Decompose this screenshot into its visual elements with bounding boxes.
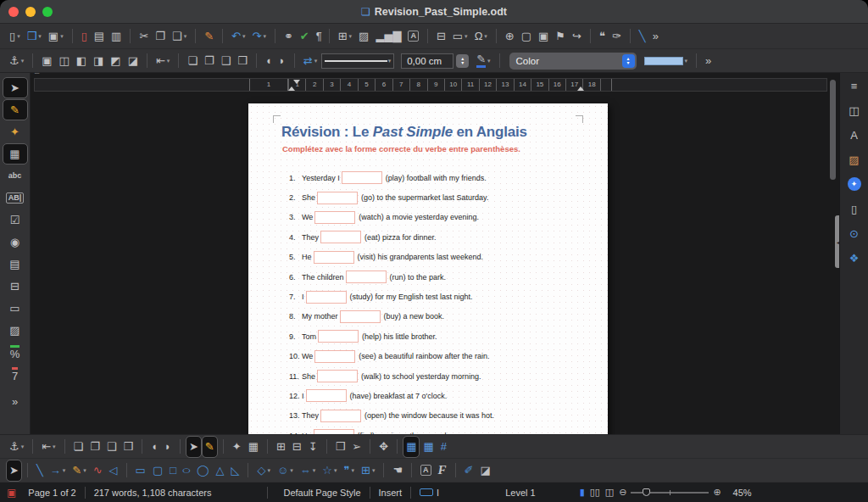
anchor-button[interactable]: ⚓▾ bbox=[7, 51, 26, 71]
answer-blank[interactable] bbox=[314, 251, 354, 264]
to-foreground-button[interactable]: ◖ bbox=[263, 51, 275, 71]
edit-points-button[interactable]: ✐ bbox=[462, 460, 476, 481]
design-mode-button[interactable]: ✎ bbox=[3, 100, 27, 120]
toolbar-overflow-button[interactable]: » bbox=[650, 26, 661, 47]
to-foreground-button[interactable]: ◖ bbox=[148, 437, 160, 457]
wrap-parallel-button[interactable]: ◫ bbox=[56, 51, 71, 71]
bring-to-front-button[interactable]: ❏ bbox=[185, 51, 200, 71]
polygon-button[interactable]: ◁ bbox=[107, 460, 120, 481]
insert-chart-button[interactable]: ▂▅▇ bbox=[373, 26, 403, 47]
cut-button[interactable]: ✂ bbox=[136, 26, 151, 47]
spelling-button[interactable]: ✔ bbox=[298, 26, 312, 47]
arrow-style-button[interactable]: ⇄▾ bbox=[301, 51, 320, 71]
book-view-button[interactable]: ◫ bbox=[605, 487, 614, 498]
style-inspector-tab-button[interactable]: ❖ bbox=[843, 248, 865, 267]
rounded-rectangle-button[interactable]: ▢ bbox=[150, 460, 165, 481]
endnote-button[interactable]: ▣ bbox=[536, 26, 551, 47]
right-triangle-button[interactable]: ◺ bbox=[228, 460, 242, 481]
styles-tab-button[interactable]: A bbox=[843, 126, 865, 144]
list-box-button[interactable]: ▤ bbox=[3, 254, 27, 274]
gallery-tab-button[interactable]: ▨ bbox=[843, 150, 865, 169]
fontwork-button[interactable]: F bbox=[436, 460, 449, 481]
zoom-in-icon[interactable]: ⊕ bbox=[713, 487, 721, 498]
page-break-button[interactable]: ⊟ bbox=[434, 26, 448, 47]
helplines-while-moving-button[interactable]: # bbox=[438, 437, 449, 457]
add-field-button[interactable]: ❒ bbox=[333, 437, 348, 457]
freeform-line-button[interactable]: ✎▾ bbox=[70, 460, 88, 481]
rectangle-button[interactable]: ▭ bbox=[133, 460, 148, 481]
line-width-input[interactable]: 0,00 cm▴▾ bbox=[401, 53, 469, 69]
checkbox-control-button[interactable]: ☑ bbox=[3, 210, 27, 230]
answer-blank[interactable] bbox=[346, 271, 387, 283]
wrap-before-button[interactable]: ◨ bbox=[91, 51, 106, 71]
accessibility-check-tab-button[interactable]: ⊙ bbox=[843, 224, 865, 243]
to-background-button[interactable]: ◗ bbox=[276, 51, 288, 71]
control-wizards-button[interactable]: ✦ bbox=[3, 122, 27, 142]
wrap-after-button[interactable]: ◩ bbox=[108, 51, 123, 71]
form-design-button[interactable]: ▦ bbox=[246, 437, 261, 457]
ellipse-button[interactable]: ○ bbox=[181, 460, 192, 481]
close-button[interactable] bbox=[8, 7, 19, 17]
single-page-view-button[interactable]: ▮ bbox=[580, 487, 585, 498]
line-color-button[interactable]: ✎▾ bbox=[474, 51, 492, 71]
form-design-button[interactable]: ▦ bbox=[3, 144, 27, 164]
sidebar-hide-handle[interactable]: ◂ bbox=[835, 215, 839, 268]
circle-button[interactable]: ◯ bbox=[194, 460, 212, 481]
forward-one-button[interactable]: ❐ bbox=[202, 51, 217, 71]
hyperlink-button[interactable]: ⊕ bbox=[503, 26, 517, 47]
copy-button[interactable]: ❐ bbox=[153, 26, 168, 47]
zoom-out-icon[interactable]: ⊖ bbox=[619, 487, 626, 498]
print-button[interactable]: ▤ bbox=[92, 26, 107, 47]
insert-line-button[interactable]: ╲ bbox=[34, 460, 46, 481]
find-replace-button[interactable]: ⚭ bbox=[281, 26, 296, 47]
paste-button[interactable]: ❑▾ bbox=[170, 26, 189, 47]
line-ends-arrow-button[interactable]: →▾ bbox=[47, 460, 69, 481]
anchor-button[interactable]: ⚓▾ bbox=[7, 437, 26, 457]
open-button[interactable]: ❒▾ bbox=[25, 26, 44, 47]
answer-blank[interactable] bbox=[314, 350, 355, 363]
align-objects-button[interactable]: ⇤▾ bbox=[153, 51, 172, 71]
date-field-button[interactable]: 7 bbox=[3, 365, 27, 384]
document-page[interactable]: Révision : Le Past Simple en Anglais Com… bbox=[248, 103, 608, 434]
insert-mode[interactable]: Insert bbox=[379, 488, 403, 498]
answer-blank[interactable] bbox=[306, 389, 347, 402]
snap-to-grid-button[interactable]: ▦ bbox=[420, 437, 436, 457]
curve-button[interactable]: ∿ bbox=[91, 460, 105, 481]
push-button-button[interactable]: ▭ bbox=[3, 298, 27, 318]
multi-page-view-button[interactable]: ▯▯ bbox=[590, 487, 600, 498]
bring-to-front-button[interactable]: ❏ bbox=[71, 437, 86, 457]
insert-line-button[interactable]: ╲ bbox=[637, 26, 648, 47]
formatted-field-button[interactable]: % bbox=[3, 343, 27, 362]
save-button[interactable]: ▣▾ bbox=[46, 26, 66, 47]
toolbar-overflow-button[interactable]: » bbox=[703, 51, 714, 71]
basic-shapes-button[interactable]: ◇▾ bbox=[254, 460, 273, 481]
block-arrows-button[interactable]: ⇔▾ bbox=[298, 460, 319, 481]
redo-button[interactable]: ↷▾ bbox=[249, 26, 268, 47]
back-one-button[interactable]: ❑ bbox=[104, 437, 120, 457]
position-size-button[interactable]: ✥ bbox=[376, 437, 391, 457]
insert-textbox-button[interactable]: A bbox=[405, 26, 421, 47]
page-indicator[interactable]: Page 1 of 2 bbox=[28, 488, 75, 498]
forward-one-button[interactable]: ❐ bbox=[87, 437, 103, 457]
send-to-back-button[interactable]: ❒ bbox=[235, 51, 250, 71]
sidebar-menu-button[interactable]: ≡ bbox=[843, 76, 865, 95]
open-in-design-mode-button[interactable]: ⊞ bbox=[274, 437, 288, 457]
export-pdf-button[interactable]: ▯ bbox=[79, 26, 90, 47]
formatting-marks-button[interactable]: ¶ bbox=[314, 26, 325, 47]
answer-blank[interactable] bbox=[320, 410, 361, 422]
label-field-button[interactable]: abc bbox=[3, 166, 27, 186]
select-element-button[interactable]: ➢ bbox=[349, 437, 364, 457]
word-count[interactable]: 217 words, 1,108 characters bbox=[94, 488, 212, 498]
zoom-slider[interactable]: ⊖ ⊕ bbox=[619, 487, 721, 498]
option-button-button[interactable]: ◉ bbox=[3, 232, 27, 252]
insert-textbox-button[interactable]: A bbox=[418, 460, 434, 481]
isosceles-triangle-button[interactable]: △ bbox=[213, 460, 226, 481]
select-button[interactable]: ➤ bbox=[186, 437, 201, 457]
track-changes-button[interactable]: ✑ bbox=[609, 26, 624, 47]
print-preview-button[interactable]: ▥ bbox=[108, 26, 124, 47]
zoom-level[interactable]: 45% bbox=[726, 488, 752, 498]
page-style[interactable]: Default Page Style bbox=[283, 488, 360, 498]
wrap-optimal-button[interactable]: ◧ bbox=[74, 51, 89, 71]
clone-formatting-button[interactable]: ✎ bbox=[202, 26, 216, 47]
line-style-select[interactable]: ▾ bbox=[321, 53, 394, 69]
